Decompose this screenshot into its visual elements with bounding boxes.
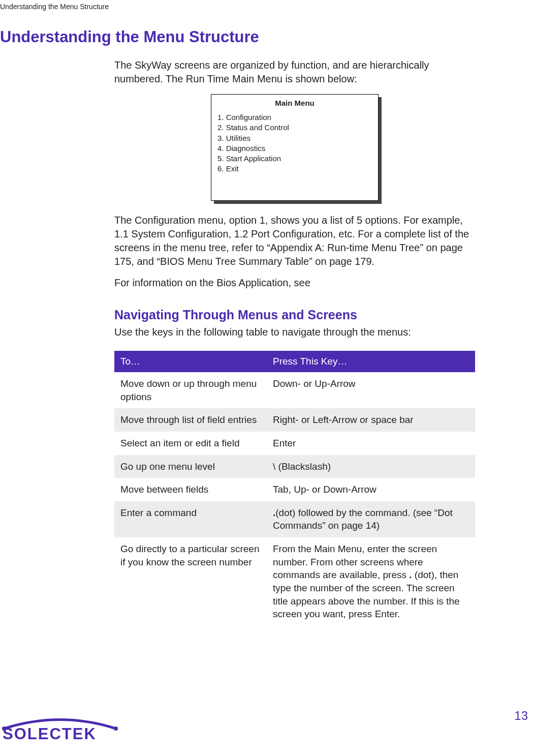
table-header-to: To… bbox=[114, 351, 267, 372]
menu-item: 2. Status and Control bbox=[217, 123, 372, 133]
table-row: Enter a command .(dot) followed by the c… bbox=[114, 501, 475, 537]
svg-point-1 bbox=[114, 727, 118, 731]
cell-key: \ (Blackslash) bbox=[267, 455, 475, 478]
config-paragraph: The Configuration menu, option 1, shows … bbox=[114, 214, 475, 268]
cell-key: Right- or Left-Arrow or space bar bbox=[267, 408, 475, 432]
cell-to: Go up one menu level bbox=[114, 455, 267, 478]
table-row: Go directly to a particular screen if yo… bbox=[114, 537, 475, 626]
table-row: Move between fields Tab, Up- or Down-Arr… bbox=[114, 478, 475, 501]
cell-to: Move between fields bbox=[114, 478, 267, 501]
menu-item: 5. Start Application bbox=[217, 154, 372, 164]
cell-key: .(dot) followed by the command. (see “Do… bbox=[267, 501, 475, 537]
table-intro: Use the keys in the following table to n… bbox=[114, 326, 475, 338]
solectek-logo: SOLECTEK bbox=[3, 725, 97, 743]
bios-paragraph: For information on the Bios Application,… bbox=[114, 276, 475, 290]
section-heading: Navigating Through Menus and Screens bbox=[114, 308, 357, 322]
cell-key: Enter bbox=[267, 432, 475, 455]
table-header-key: Press This Key… bbox=[267, 351, 475, 372]
menu-item: 1. Configuration bbox=[217, 112, 372, 123]
main-menu-title: Main Menu bbox=[217, 99, 372, 107]
cell-key-text: (dot) followed by the command. (see “Dot… bbox=[273, 507, 453, 531]
cell-to: Enter a command bbox=[114, 501, 267, 537]
table-row: Select an item or edit a field Enter bbox=[114, 432, 475, 455]
main-menu-figure: Main Menu 1. Configuration 2. Status and… bbox=[211, 94, 379, 201]
cell-key: From the Main Menu, enter the screen num… bbox=[267, 537, 475, 626]
navigation-table: To… Press This Key… Move down or up thro… bbox=[114, 351, 475, 626]
cell-to: Select an item or edit a field bbox=[114, 432, 267, 455]
cell-to: Move down or up through menu options bbox=[114, 372, 267, 408]
page-number: 13 bbox=[514, 709, 528, 723]
menu-item: 4. Diagnostics bbox=[217, 143, 372, 154]
intro-paragraph: The SkyWay screens are organized by func… bbox=[114, 58, 475, 86]
svg-point-0 bbox=[2, 727, 6, 731]
page-title: Understanding the Menu Structure bbox=[0, 28, 259, 46]
menu-item: 3. Utilities bbox=[217, 133, 372, 143]
table-row: Go up one menu level \ (Blackslash) bbox=[114, 455, 475, 478]
cell-key: Tab, Up- or Down-Arrow bbox=[267, 478, 475, 501]
cell-to: Move through list of field entries bbox=[114, 408, 267, 432]
main-menu-list: 1. Configuration 2. Status and Control 3… bbox=[217, 112, 372, 174]
cell-to: Go directly to a particular screen if yo… bbox=[114, 537, 267, 626]
table-row: Move down or up through menu options Dow… bbox=[114, 372, 475, 408]
logo-arc-icon bbox=[2, 716, 118, 731]
running-header: Understanding the Menu Structure bbox=[0, 3, 109, 11]
cell-key: Down- or Up-Arrow bbox=[267, 372, 475, 408]
table-row: Move through list of field entries Right… bbox=[114, 408, 475, 432]
menu-item: 6. Exit bbox=[217, 164, 372, 174]
